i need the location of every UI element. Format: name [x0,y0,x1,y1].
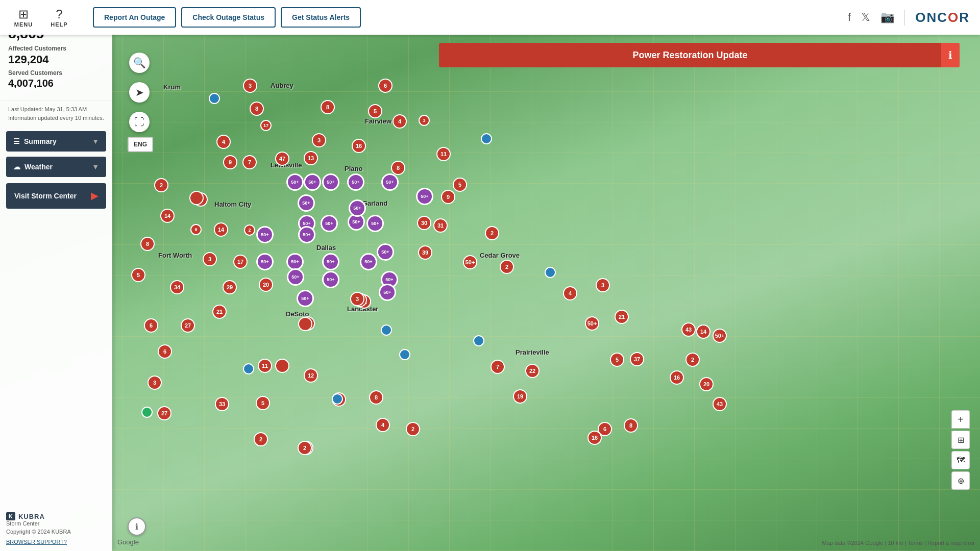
marker-blue[interactable] [332,393,343,405]
search-button[interactable]: 🔍 [129,53,150,73]
summary-menu-item[interactable]: ☰ Summary ▼ [6,131,106,152]
cluster-marker[interactable]: 50+ [321,215,338,232]
marker-outage[interactable] [275,359,289,373]
marker-outage[interactable]: 8 [140,237,155,251]
marker-outage[interactable]: 8 [250,102,264,116]
help-button[interactable]: ? HELP [44,2,75,33]
power-banner-info-icon[interactable]: ℹ [941,43,960,67]
get-alerts-button[interactable]: Get Status Alerts [281,7,361,28]
marker-green[interactable] [141,407,153,418]
fullscreen-button[interactable]: ⛶ [129,112,150,132]
cluster-marker[interactable]: 50+ [416,188,433,205]
location-button[interactable]: ➤ [129,82,150,103]
facebook-icon[interactable]: f [848,11,851,24]
marker-outage[interactable]: 43 [681,322,696,337]
marker-outage[interactable]: 50+ [463,255,477,269]
marker-outage[interactable]: 6 [378,79,393,93]
marker-outage[interactable]: 2 [406,422,420,436]
cluster-marker[interactable]: 50+ [286,173,304,191]
marker-outage[interactable]: 47 [275,152,289,166]
marker-blue[interactable] [381,324,392,336]
marker-blue[interactable] [243,363,254,374]
marker-outage[interactable]: 39 [418,245,432,260]
marker-outage[interactable]: 27 [157,406,172,420]
map-type-button[interactable]: 🗺 [951,451,970,469]
map-info-button[interactable]: ℹ [128,517,146,536]
marker-outage[interactable]: 8 [369,390,383,405]
marker-outage[interactable]: 4 [393,114,407,129]
marker-outage[interactable]: 21 [615,310,629,324]
marker-outage[interactable]: 29 [223,280,237,294]
marker-outage[interactable]: 11 [258,359,272,373]
marker-outage[interactable]: 14 [696,324,710,339]
cluster-marker[interactable]: 50+ [349,199,366,217]
marker-outage[interactable]: 4 [376,418,390,432]
cluster-marker[interactable]: 50+ [347,173,364,191]
marker-outage[interactable]: 2 [485,226,499,240]
map-area[interactable]: Fort Worth Dallas Plano Garland Fairview… [0,35,980,551]
marker-outage[interactable]: 6 [144,318,158,333]
marker-outage[interactable]: 16 [352,139,366,153]
marker-blue[interactable] [399,349,410,360]
marker-outage[interactable]: 8 [391,161,405,175]
marker-outage[interactable]: 2 [685,353,700,367]
instagram-icon[interactable]: 📷 [880,11,894,24]
marker-outage[interactable]: 5 [256,396,270,410]
marker-outage[interactable]: 6 [190,224,202,235]
weather-menu-item[interactable]: ☁ Weather ▼ [6,157,106,177]
marker-outage[interactable]: 4 [216,135,231,149]
marker-outage[interactable]: 2 [244,224,255,236]
marker-outage[interactable]: 3 [243,79,257,93]
check-status-button[interactable]: Check Outage Status [181,7,276,28]
layers-button[interactable]: ⊞ [951,431,970,449]
marker-outage[interactable]: 2 [254,432,268,446]
cluster-marker[interactable]: 50+ [377,243,394,261]
marker-outage[interactable] [209,93,220,104]
marker-outage[interactable]: 31 [433,218,448,233]
marker-outage[interactable]: 43 [713,397,727,411]
cluster-marker[interactable]: 50+ [322,271,339,288]
marker-outage[interactable]: 30 [417,216,431,230]
marker-outage[interactable]: 20 [259,278,273,292]
marker-outage[interactable]: 11 [436,147,451,161]
marker-outage[interactable]: 14 [214,222,228,237]
marker-blue[interactable] [473,335,484,346]
marker-blue[interactable] [545,267,556,278]
cluster-marker[interactable]: 50+ [287,268,304,286]
summary-menu-header[interactable]: ☰ Summary ▼ [6,131,106,152]
marker-outage[interactable]: 13 [304,151,318,165]
marker-outage[interactable]: 22 [525,364,540,378]
marker-outage[interactable]: 17 [233,255,248,269]
marker-outage[interactable]: 5 [610,353,624,367]
marker-outage[interactable] [189,191,204,205]
marker-outage[interactable]: 8 [321,100,335,114]
cluster-marker[interactable]: 50+ [298,194,315,212]
cluster-marker[interactable]: 50+ [256,253,274,270]
marker-outage[interactable]: 50+ [585,316,599,331]
marker-outage[interactable]: 50+ [713,329,727,343]
marker-outage[interactable]: 7 [491,360,505,374]
marker-outage[interactable]: 2 [500,260,514,274]
marker-outage[interactable]: 5 [368,104,382,118]
marker-outage[interactable]: 3 [419,115,430,126]
cluster-marker[interactable]: 50+ [304,173,321,191]
cluster-marker[interactable]: 50+ [297,290,314,307]
cluster-marker[interactable]: 50+ [322,173,339,191]
marker-outage[interactable]: 17 [260,120,272,131]
marker-outage[interactable]: 9 [223,155,237,169]
weather-menu-header[interactable]: ☁ Weather ▼ [6,157,106,177]
marker-outage[interactable]: 37 [630,352,644,366]
map-settings-button[interactable]: ⊕ [951,471,970,490]
power-restoration-banner[interactable]: Power Restoration Update ℹ [439,43,960,67]
marker-outage[interactable]: 4 [563,286,577,300]
cluster-marker[interactable]: 50+ [366,215,384,232]
marker-outage[interactable]: 20 [699,377,714,391]
cluster-marker[interactable]: 50+ [322,253,339,270]
visit-storm-center-button[interactable]: Visit Storm Center ▶ [6,183,106,209]
marker-outage[interactable]: 5 [453,178,467,192]
cluster-marker[interactable]: 50+ [381,173,399,191]
marker-blue[interactable] [481,133,492,144]
cluster-marker[interactable]: 50+ [256,226,274,243]
marker-outage[interactable]: 33 [215,397,229,411]
marker-outage[interactable]: 3 [350,292,364,306]
